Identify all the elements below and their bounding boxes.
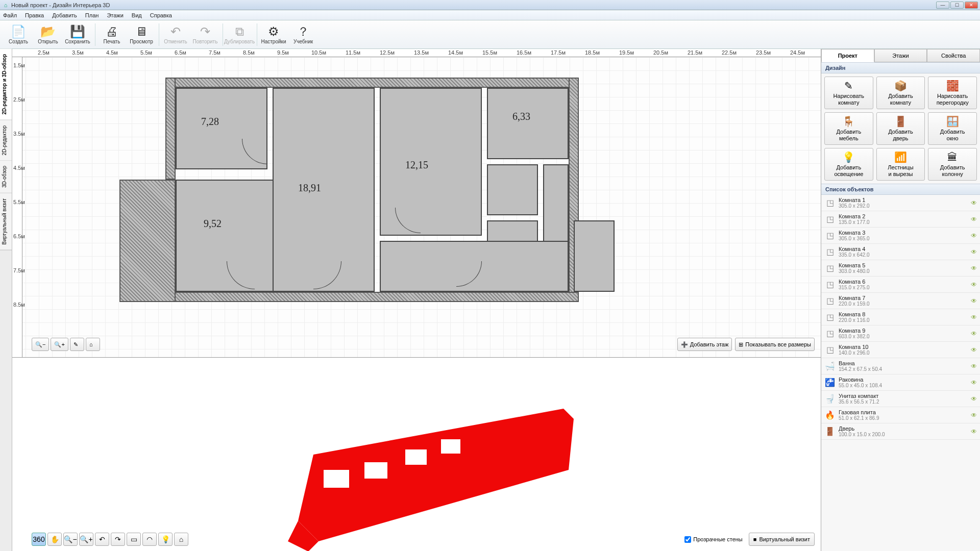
visibility-eye-icon[interactable]: 👁 xyxy=(971,199,977,207)
object-row[interactable]: ◳Комната 1305.0 x 292.0👁 xyxy=(821,195,980,211)
minimize-button[interactable]: — xyxy=(936,2,949,9)
object-thumb-icon: ◳ xyxy=(824,345,836,355)
object-dims: 220.0 x 116.0 xyxy=(839,317,968,323)
save-button[interactable]: 💾Сохранить xyxy=(63,21,92,48)
visibility-eye-icon[interactable]: 👁 xyxy=(971,428,977,435)
zoom-in-3d-button[interactable]: 🔍+ xyxy=(79,533,93,546)
object-row[interactable]: ◳Комната 6315.0 x 275.0👁 xyxy=(821,277,980,293)
light-toggle-button[interactable]: 💡 xyxy=(158,533,173,546)
visibility-eye-icon[interactable]: 👁 xyxy=(971,297,977,305)
visibility-eye-icon[interactable]: 👁 xyxy=(971,232,977,239)
add-room-tool[interactable]: 📦Добавитькомнату xyxy=(876,77,925,109)
add-light-tool[interactable]: 💡Добавитьосвещение xyxy=(824,148,873,181)
room-2-area: 9,52 xyxy=(204,218,222,230)
left-tab-1[interactable]: 2D-редактор xyxy=(0,120,12,161)
draw-tool-button[interactable]: ✎ xyxy=(70,338,84,351)
visibility-eye-icon[interactable]: 👁 xyxy=(971,216,977,223)
menu-Этажи[interactable]: Этажи xyxy=(107,12,123,18)
rotate-right-button[interactable]: ↷ xyxy=(111,533,125,546)
print-button[interactable]: 🖨Печать xyxy=(97,21,126,48)
visibility-eye-icon[interactable]: 👁 xyxy=(971,265,977,272)
lasso-button[interactable]: ◠ xyxy=(142,533,157,546)
object-row[interactable]: ◳Комната 10140.0 x 296.0👁 xyxy=(821,342,980,358)
object-row[interactable]: ◳Комната 8220.0 x 116.0👁 xyxy=(821,309,980,325)
object-row[interactable]: ◳Комната 3305.0 x 365.0👁 xyxy=(821,228,980,244)
left-tab-2[interactable]: 3D-обзор xyxy=(0,161,12,193)
object-list[interactable]: ◳Комната 1305.0 x 292.0👁◳Комната 2135.0 … xyxy=(821,195,980,551)
window-title: Новый проект - Дизайн Интерьера 3D xyxy=(11,2,110,8)
floor-plan-canvas[interactable]: 1.5м2.5м3.5м4.5м5.5м6.5м7.5м8.5м 7,28 9,… xyxy=(12,57,821,357)
object-row[interactable]: ◳Комната 2135.0 x 177.0👁 xyxy=(821,211,980,228)
show-dimensions-button[interactable]: ⊞Показывать все размеры xyxy=(735,338,815,351)
object-name: Комната 2 xyxy=(839,213,968,219)
menu-План[interactable]: План xyxy=(85,12,99,18)
add-floor-button[interactable]: ➕Добавить этаж xyxy=(677,338,732,351)
menu-Правка[interactable]: Правка xyxy=(25,12,44,18)
virtual-visit-button[interactable]: ■Виртуальный визит xyxy=(749,533,815,546)
add-window-tool[interactable]: 🪟Добавитьокно xyxy=(928,112,977,145)
visibility-eye-icon[interactable]: 👁 xyxy=(971,314,977,321)
home-3d-button[interactable]: ⌂ xyxy=(174,533,188,546)
zoom-in-button[interactable]: 🔍+ xyxy=(51,338,68,351)
visibility-eye-icon[interactable]: 👁 xyxy=(971,363,977,370)
visibility-eye-icon[interactable]: 👁 xyxy=(971,412,977,419)
preview-button[interactable]: 🖥Просмотр xyxy=(127,21,156,48)
left-tab-3[interactable]: Виртуальный визит xyxy=(0,193,12,251)
object-dims: 303.0 x 480.0 xyxy=(839,268,968,274)
visibility-eye-icon[interactable]: 👁 xyxy=(971,330,977,337)
view-3d-canvas[interactable]: 360 ✋ 🔍− 🔍+ ↶ ↷ ▭ ◠ 💡 ⌂ Прозрачные стены… xyxy=(12,357,821,551)
menu-Справка[interactable]: Справка xyxy=(150,12,172,18)
menu-Добавить[interactable]: Добавить xyxy=(52,12,77,18)
rotate-left-button[interactable]: ↶ xyxy=(95,533,109,546)
room-5[interactable] xyxy=(487,88,569,159)
transparent-walls-checkbox[interactable]: Прозрачные стены xyxy=(684,536,742,543)
open-button[interactable]: 📂Открыть xyxy=(34,21,62,48)
visibility-eye-icon[interactable]: 👁 xyxy=(971,346,977,354)
object-thumb-icon: 🚽 xyxy=(824,394,836,404)
object-dims: 51.0 x 62.1 x 86.9 xyxy=(839,415,968,421)
right-tab-Проект[interactable]: Проект xyxy=(821,49,874,62)
object-row[interactable]: ◳Комната 5303.0 x 480.0👁 xyxy=(821,260,980,277)
object-row[interactable]: ◳Комната 4335.0 x 642.0👁 xyxy=(821,244,980,260)
object-row[interactable]: 🚽Унитаз компакт35.6 x 56.5 x 71.2👁 xyxy=(821,391,980,407)
maximize-button[interactable]: ☐ xyxy=(950,2,964,9)
room-6[interactable] xyxy=(487,164,538,215)
object-row[interactable]: 🔥Газовая плита51.0 x 62.1 x 86.9👁 xyxy=(821,407,980,423)
visibility-eye-icon[interactable]: 👁 xyxy=(971,395,977,403)
room-10[interactable] xyxy=(574,220,615,292)
stairs-icon: 📶 xyxy=(894,152,907,163)
right-tab-Свойства[interactable]: Свойства xyxy=(927,49,980,62)
room-4[interactable] xyxy=(380,88,482,236)
add-column-tool[interactable]: 🏛Добавитьколонну xyxy=(928,148,977,181)
pan-button[interactable]: ✋ xyxy=(47,533,62,546)
close-button[interactable]: ✕ xyxy=(965,2,978,9)
add-door-tool[interactable]: 🚪Добавитьдверь xyxy=(876,112,925,145)
orbit-360-button[interactable]: 360 xyxy=(32,533,46,546)
visibility-eye-icon[interactable]: 👁 xyxy=(971,281,977,288)
draw-partition-tool[interactable]: 🧱Нарисоватьперегородку xyxy=(928,77,977,109)
object-row[interactable]: ◳Комната 9603.0 x 382.0👁 xyxy=(821,325,980,342)
object-row[interactable]: ◳Комната 7220.0 x 159.0👁 xyxy=(821,293,980,309)
zoom-out-3d-button[interactable]: 🔍− xyxy=(63,533,78,546)
create-button[interactable]: 📄Создать xyxy=(4,21,33,48)
zoom-out-button[interactable]: 🔍− xyxy=(32,338,49,351)
home-view-button[interactable]: ⌂ xyxy=(86,338,100,351)
rect-select-button[interactable]: ▭ xyxy=(127,533,141,546)
menu-Файл[interactable]: Файл xyxy=(3,12,17,18)
visibility-eye-icon[interactable]: 👁 xyxy=(971,379,977,386)
draw-room-tool[interactable]: ✎Нарисоватькомнату xyxy=(824,77,873,109)
visibility-eye-icon[interactable]: 👁 xyxy=(971,248,977,256)
tutorial-button[interactable]: ？Учебник xyxy=(289,21,317,48)
menu-Вид[interactable]: Вид xyxy=(132,12,142,18)
object-name: Унитаз компакт xyxy=(839,393,968,399)
add-light-icon: 💡 xyxy=(842,152,855,163)
left-tab-0[interactable]: 2D-редактор и 3D-обзор xyxy=(0,49,12,120)
object-row[interactable]: 🛁Ванна154.2 x 67.5 x 50.4👁 xyxy=(821,358,980,374)
right-tab-Этажи[interactable]: Этажи xyxy=(874,49,927,62)
object-row[interactable]: 🚪Дверь100.0 x 15.0 x 200.0👁 xyxy=(821,423,980,440)
stairs-tool[interactable]: 📶Лестницыи вырезы xyxy=(876,148,925,181)
object-row[interactable]: 🚰Раковина55.0 x 45.0 x 108.4👁 xyxy=(821,374,980,391)
settings-button[interactable]: ⚙Настройки xyxy=(259,21,288,48)
add-furniture-tool[interactable]: 🪑Добавитьмебель xyxy=(824,112,873,145)
ruler-icon: ⊞ xyxy=(739,341,743,348)
